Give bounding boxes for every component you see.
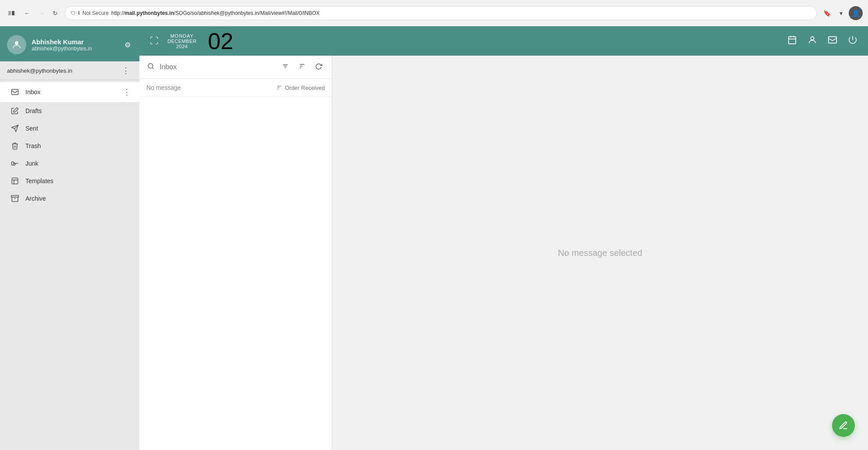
user-name: Abhishek Kumar — [32, 38, 117, 46]
url-domain: mail.pythonbytes.in — [125, 10, 174, 16]
svg-point-15 — [811, 37, 814, 40]
reload-button[interactable]: ↻ — [49, 7, 61, 19]
no-message-text: No message — [146, 84, 181, 91]
bookmark-icon[interactable]: 🔖 — [821, 7, 833, 19]
back-button[interactable]: ← — [21, 7, 33, 19]
power-button[interactable] — [846, 33, 859, 49]
drafts-icon — [11, 106, 19, 115]
svg-point-17 — [148, 64, 153, 68]
svg-rect-9 — [11, 195, 19, 197]
sidebar-item-trash[interactable]: Trash — [0, 137, 139, 155]
sidebar-item-templates[interactable]: Templates — [0, 172, 139, 190]
sidebar: Abhishek Kumar abhishek@pythonbytes.in ⚙… — [0, 26, 139, 450]
sent-label: Sent — [25, 125, 132, 132]
sidebar-item-inbox[interactable]: Inbox ⋮ — [0, 82, 139, 102]
email-list-header — [139, 56, 332, 79]
svg-rect-1 — [12, 11, 14, 15]
url-path: /SOGo/so/abhishek@pythonbytes.in/Mail/vi… — [174, 10, 320, 16]
sidebar-header: Abhishek Kumar abhishek@pythonbytes.in ⚙ — [0, 26, 139, 61]
no-message-selected-text: No message selected — [558, 248, 642, 258]
browser-chrome: ← → ↻ 🛡 ℹ Not Secure http://mail.pythonb… — [0, 0, 868, 26]
email-preview-area: No message selected — [332, 56, 868, 450]
calendar-button[interactable] — [786, 33, 799, 49]
top-bar-actions — [786, 33, 859, 49]
user-email: abhishek@pythonbytes.in — [32, 46, 117, 52]
account-more-button[interactable]: ⋮ — [119, 65, 132, 76]
filter-button[interactable] — [279, 61, 292, 73]
date-month: DECEMBER — [167, 39, 196, 44]
sidebar-item-junk[interactable]: Junk — [0, 155, 139, 172]
archive-icon — [11, 194, 19, 203]
sent-icon — [11, 124, 19, 133]
account-email: abhishek@pythonbytes.in — [7, 67, 72, 74]
templates-icon — [11, 177, 19, 185]
inbox-label: Inbox — [25, 89, 115, 96]
refresh-button[interactable] — [313, 61, 325, 73]
svg-rect-11 — [789, 37, 796, 44]
junk-icon — [11, 159, 19, 168]
date-year: 2024 — [167, 44, 196, 49]
templates-label: Templates — [25, 177, 132, 184]
sidebar-item-sent[interactable]: Sent — [0, 120, 139, 137]
browser-actions: 🔖 ▾ 👤 — [821, 6, 863, 20]
search-button[interactable] — [146, 62, 155, 72]
trash-icon — [11, 142, 19, 150]
avatar — [7, 35, 26, 54]
app-container: Abhishek Kumar abhishek@pythonbytes.in ⚙… — [0, 26, 868, 450]
sort-button[interactable] — [296, 61, 308, 73]
junk-label: Junk — [25, 160, 132, 167]
url-prefix: http:// — [111, 10, 125, 16]
mail-button[interactable] — [826, 33, 839, 49]
no-message-row: No message Order Received — [139, 79, 332, 97]
inbox-icon — [11, 88, 19, 96]
svg-rect-16 — [829, 37, 836, 43]
not-secure-label: Not Secure — [82, 10, 109, 16]
order-received-label: Order Received — [285, 85, 325, 91]
svg-rect-0 — [8, 11, 11, 15]
url-text: http://mail.pythonbytes.in/SOGo/so/abhis… — [111, 10, 320, 16]
contacts-button[interactable] — [806, 33, 819, 49]
nav-items: Inbox ⋮ Drafts Sent — [0, 80, 139, 450]
main-content: ⛶ MONDAY DECEMBER 2024 02 — [139, 26, 868, 450]
email-list-panel: No message Order Received — [139, 56, 332, 450]
bookmark-down-icon[interactable]: ▾ — [835, 7, 847, 19]
date-display: MONDAY DECEMBER 2024 — [167, 33, 196, 49]
date-day-name: MONDAY — [167, 33, 196, 39]
archive-label: Archive — [25, 195, 132, 202]
info-icon: ℹ — [78, 10, 80, 16]
top-bar-row: ⛶ MONDAY DECEMBER 2024 02 — [139, 26, 868, 56]
user-info: Abhishek Kumar abhishek@pythonbytes.in — [32, 38, 117, 52]
expand-button[interactable]: ⛶ — [148, 34, 160, 48]
security-icon: 🛡 — [71, 11, 75, 16]
browser-sidebar-toggle[interactable] — [5, 7, 18, 19]
sidebar-item-drafts[interactable]: Drafts — [0, 102, 139, 120]
drafts-label: Drafts — [25, 107, 132, 114]
trash-label: Trash — [25, 142, 132, 149]
top-bar: ⛶ MONDAY DECEMBER 2024 02 — [139, 26, 868, 56]
svg-line-18 — [152, 67, 153, 69]
date-number: 02 — [208, 30, 233, 53]
svg-point-2 — [15, 41, 18, 45]
browser-nav-buttons: ← → ↻ — [21, 7, 61, 19]
forward-button[interactable]: → — [35, 7, 47, 19]
compose-button[interactable] — [832, 414, 855, 437]
account-row: abhishek@pythonbytes.in ⋮ — [0, 61, 139, 80]
sidebar-item-archive[interactable]: Archive — [0, 190, 139, 207]
svg-rect-5 — [12, 162, 14, 165]
order-received[interactable]: Order Received — [276, 85, 325, 91]
settings-button[interactable]: ⚙ — [123, 39, 132, 51]
address-bar[interactable]: 🛡 ℹ Not Secure http://mail.pythonbytes.i… — [65, 6, 817, 20]
profile-button[interactable]: 👤 — [849, 6, 863, 20]
search-input[interactable] — [160, 63, 275, 71]
svg-rect-6 — [12, 178, 18, 184]
inbox-more-button[interactable]: ⋮ — [121, 86, 132, 98]
content-wrapper: No message Order Received No message sel… — [139, 56, 868, 450]
